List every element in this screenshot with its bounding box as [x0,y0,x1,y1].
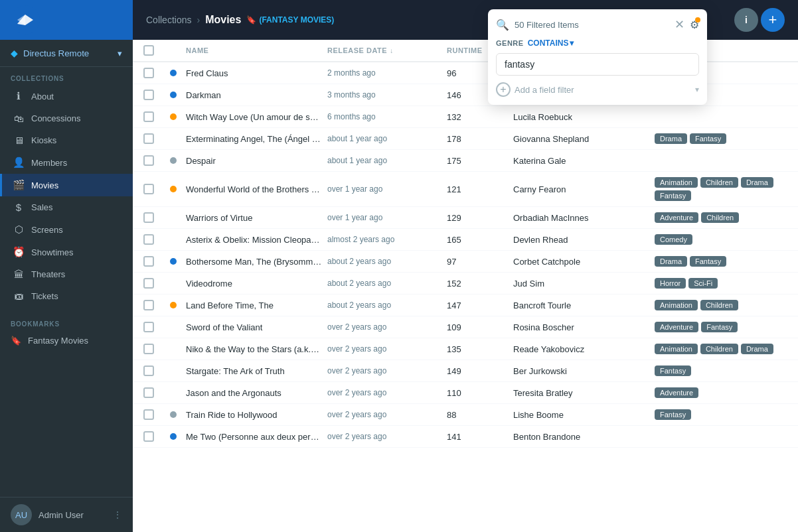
members-icon: 👤 [13,157,25,168]
row-select-checkbox[interactable] [143,111,154,122]
row-checkbox[interactable] [143,133,170,144]
row-name: Witch Way Love (Un amour de sorc... [186,112,327,122]
table-row[interactable]: Asterix & Obelix: Mission Cleopatra... a… [133,229,798,251]
row-status [170,258,186,265]
row-select-checkbox[interactable] [143,431,154,442]
row-release-date: 6 months ago [327,112,447,121]
select-all-checkbox[interactable] [143,45,154,56]
row-checkbox[interactable] [143,184,170,194]
row-checkbox[interactable] [143,234,170,245]
sidebar-item-members[interactable]: 👤 Members [0,151,133,174]
row-select-checkbox[interactable] [143,68,154,78]
filter-options-button[interactable]: ⚙ [690,19,699,31]
row-status [170,157,186,164]
table-row[interactable]: Videodrome about 2 years ago 152 Jud Sim… [133,273,798,295]
row-checkbox[interactable] [143,256,170,267]
table-row[interactable]: Witch Way Love (Un amour de sorc... 6 mo… [133,106,798,128]
info-button[interactable]: i [734,8,758,32]
row-select-checkbox[interactable] [143,322,154,332]
table-row[interactable]: Exterminating Angel, The (Ángel ex... ab… [133,128,798,150]
row-checkbox[interactable] [143,111,170,122]
row-checkbox[interactable] [143,409,170,420]
col-release-date[interactable]: RELEASE DATE ↓ [327,45,447,56]
row-select-checkbox[interactable] [143,184,154,194]
table-row[interactable]: Niko & the Way to the Stars (a.k.a. ... … [133,338,798,360]
genre-tag: Children [700,300,738,310]
more-icon[interactable]: ⋮ [113,509,122,520]
row-select-checkbox[interactable] [143,366,154,376]
genre-tag: Children [701,212,739,223]
add-filter-icon[interactable]: + [496,82,511,97]
filter-close-button[interactable]: ✕ [675,17,684,32]
table-row[interactable]: Jason and the Argonauts over 2 years ago… [133,382,798,404]
row-checkbox[interactable] [143,300,170,310]
row-name: Bothersome Man, The (Brysomme ... [186,257,327,267]
row-checkbox[interactable] [143,155,170,166]
row-checkbox[interactable] [143,278,170,289]
row-select-checkbox[interactable] [143,256,154,267]
row-checkbox[interactable] [143,212,170,223]
sidebar-item-screens[interactable]: ⬡ Screens [0,218,133,241]
row-runtime: 175 [447,156,513,166]
sidebar-user-button[interactable]: ◆ Directus Remote ▾ [11,48,122,58]
table-row[interactable]: Warriors of Virtue over 1 year ago 129 O… [133,207,798,229]
table-row[interactable]: Despair about 1 year ago 175 Katerina Ga… [133,150,798,172]
sidebar-item-sales[interactable]: $ Sales [0,196,133,218]
row-runtime: 135 [447,344,513,354]
breadcrumb-current: Movies [205,14,241,26]
row-select-checkbox[interactable] [143,409,154,420]
row-select-checkbox[interactable] [143,300,154,310]
sidebar-item-about[interactable]: ℹ About [0,85,133,107]
table-row[interactable]: Bothersome Man, The (Brysomme ... about … [133,251,798,273]
table-row[interactable]: Train Ride to Hollywood over 2 years ago… [133,404,798,426]
row-select-checkbox[interactable] [143,234,154,245]
add-button[interactable]: + [761,8,785,32]
row-release-date: 3 months ago [327,90,447,100]
sidebar-item-movies[interactable]: 🎬 Movies [0,174,133,196]
table-row[interactable]: Me Two (Personne aux deux perso... over … [133,426,798,448]
row-select-checkbox[interactable] [143,278,154,289]
row-checkbox[interactable] [143,322,170,332]
filter-contains-button[interactable]: CONTAINS ▾ [528,38,574,48]
sidebar-item-showtimes[interactable]: ⏰ Showtimes [0,241,133,263]
row-name: Land Before Time, The [186,300,327,310]
row-select-checkbox[interactable] [143,387,154,398]
col-name[interactable]: NAME [186,45,327,56]
table-row[interactable]: Wonderful World of the Brothers Gr... ov… [133,172,798,207]
row-select-checkbox[interactable] [143,212,154,223]
row-select-checkbox[interactable] [143,133,154,144]
row-director: Orbadiah MacInnes [513,213,655,223]
row-checkbox[interactable] [143,366,170,376]
row-checkbox[interactable] [143,90,170,100]
row-checkbox[interactable] [143,431,170,442]
filter-input-row[interactable] [496,53,699,76]
sidebar-user-section[interactable]: ◆ Directus Remote ▾ [0,40,133,67]
table-row[interactable]: Stargate: The Ark of Truth over 2 years … [133,360,798,382]
table-row[interactable]: Land Before Time, The about 2 years ago … [133,295,798,316]
row-checkbox[interactable] [143,68,170,78]
status-dot [170,92,177,98]
bookmark-item-fantasy-movies[interactable]: 🔖 Fantasy Movies [0,330,133,351]
sidebar-item-tickets[interactable]: 🎟 Tickets [0,285,133,307]
row-select-checkbox[interactable] [143,344,154,354]
sidebar-user-name: Directus Remote [23,48,89,58]
genre-tag: Adventure [655,387,698,398]
filter-search-input[interactable] [496,53,699,76]
genre-tag: Drama [655,133,687,144]
sidebar-item-theaters[interactable]: 🏛 Theaters [0,263,133,285]
sidebar-item-label: Showtimes [31,247,74,257]
row-select-checkbox[interactable] [143,90,154,100]
bookmark-badge[interactable]: 🔖 (FANTASY MOVIES) [246,15,334,25]
row-checkbox[interactable] [143,387,170,398]
row-release-date: over 2 years ago [327,432,447,441]
breadcrumb-collections[interactable]: Collections [146,15,191,25]
add-filter-select[interactable]: Add a field filter [515,85,691,95]
row-select-checkbox[interactable] [143,155,154,166]
row-name: Me Two (Personne aux deux perso... [186,432,327,442]
admin-name: Admin User [39,510,106,520]
sidebar-item-concessions[interactable]: 🛍 Concessions [0,107,133,129]
row-runtime: 109 [447,322,513,332]
row-checkbox[interactable] [143,344,170,354]
table-row[interactable]: Sword of the Valiant over 2 years ago 10… [133,316,798,338]
sidebar-item-kiosks[interactable]: 🖥 Kiosks [0,129,133,151]
